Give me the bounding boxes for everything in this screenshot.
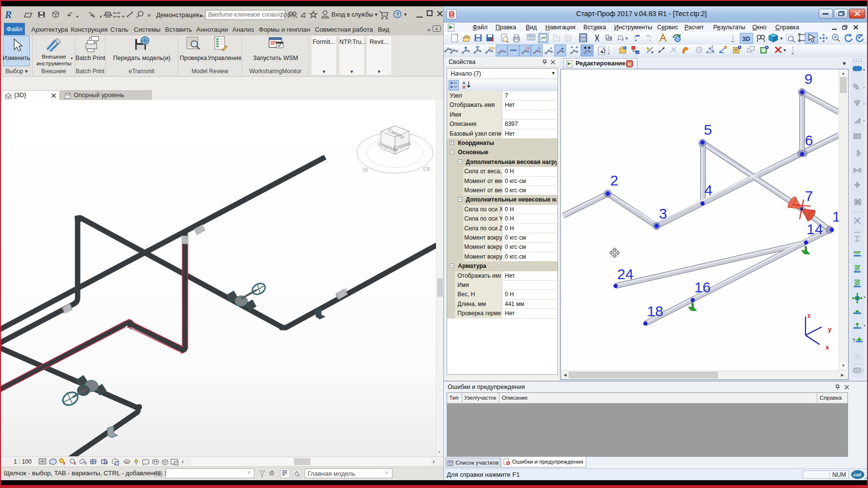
svg-text:x: x bbox=[63, 461, 65, 466]
svg-text:z: z bbox=[807, 312, 811, 319]
svg-text:csd: csd bbox=[853, 472, 861, 477]
svg-text:▾: ▾ bbox=[784, 47, 786, 53]
svg-text:Демонстрация...: Демонстрация... bbox=[156, 11, 205, 19]
svg-text:Я: Я bbox=[462, 85, 465, 90]
svg-text:a: a bbox=[538, 46, 540, 50]
svg-text:▾: ▾ bbox=[780, 36, 783, 41]
svg-text:16: 16 bbox=[526, 46, 530, 50]
svg-text:Вход в службы: Вход в службы bbox=[331, 11, 373, 18]
svg-text:?: ? bbox=[852, 338, 855, 344]
svg-text:R: R bbox=[4, 9, 12, 20]
svg-text:y: y bbox=[828, 325, 832, 333]
svg-text:▾: ▾ bbox=[100, 14, 102, 19]
svg-text:9: 9 bbox=[105, 460, 108, 465]
svg-text:?: ? bbox=[711, 44, 714, 49]
svg-text:x: x bbox=[826, 344, 829, 351]
svg-text:▾: ▾ bbox=[122, 14, 124, 19]
svg-text:a: a bbox=[550, 46, 552, 50]
svg-text:?: ? bbox=[396, 11, 399, 18]
svg-text:3D: 3D bbox=[742, 35, 750, 42]
svg-text:90: 90 bbox=[363, 167, 369, 173]
svg-text:▾: ▾ bbox=[625, 36, 628, 41]
svg-text:▼: ▼ bbox=[403, 12, 408, 17]
svg-text:Введите ключевое слово/фразу: Введите ключевое слово/фразу bbox=[208, 11, 296, 18]
svg-text:x: x bbox=[74, 461, 76, 466]
svg-text:▾: ▾ bbox=[93, 14, 95, 19]
svg-text:▼: ▼ bbox=[374, 12, 378, 17]
svg-text:▸: ▸ bbox=[200, 12, 203, 18]
svg-text:▾: ▾ bbox=[76, 14, 79, 19]
svg-text:»: » bbox=[147, 12, 151, 19]
svg-text:СВ: СВ bbox=[423, 166, 430, 172]
svg-text:101: 101 bbox=[489, 46, 496, 50]
